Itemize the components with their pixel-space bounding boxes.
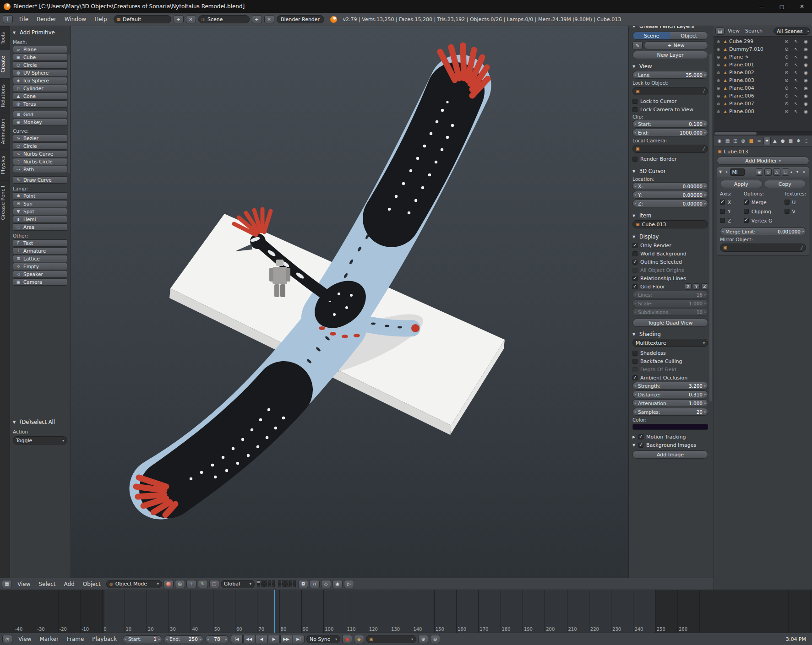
expand-icon[interactable]: ⊕	[715, 109, 721, 114]
viewport-menu-view[interactable]: View	[13, 579, 34, 590]
timeline-menu-frame[interactable]: Frame	[63, 633, 88, 645]
eyedropper-icon[interactable]: ╱	[801, 246, 803, 250]
add-empty-button[interactable]: ⊹Empty	[13, 263, 67, 270]
minimize-button[interactable]: —	[752, 0, 772, 13]
cursor-z-slider[interactable]: Z:0.00000	[632, 200, 708, 207]
opengl-render-icon[interactable]: ◉	[332, 580, 343, 588]
toolshelf-scrollbar[interactable]	[68, 54, 70, 173]
shadeless-checkbox[interactable]: Shadeless	[632, 349, 708, 357]
triangle-right-icon[interactable]: ▶	[632, 435, 637, 439]
material-tab-icon[interactable]: ●	[779, 137, 786, 145]
cursor-select-icon[interactable]: ↖	[792, 86, 801, 91]
item-panel-header[interactable]: ▼Item	[632, 211, 708, 220]
menu-file[interactable]: File	[15, 14, 33, 25]
delete-modifier-icon[interactable]: ✕	[802, 170, 807, 174]
add-lattice-button[interactable]: ⊞Lattice	[13, 255, 67, 262]
add-nurbs-circle-button[interactable]: ◌Nurbs Circle	[13, 158, 67, 165]
modifier-name-field[interactable]: Mi	[730, 168, 745, 176]
layer-toggle[interactable]	[261, 584, 264, 587]
camera-restrict-icon[interactable]: ◉	[801, 78, 810, 83]
eye-icon[interactable]: ⊙	[782, 109, 791, 114]
backface-culling-checkbox[interactable]: Backface Culling	[632, 357, 708, 365]
mirror-v-checkbox[interactable]: V	[785, 207, 806, 216]
only-render-checkbox[interactable]: Only Render	[632, 241, 708, 249]
keying-set-dropdown[interactable]: ▣ ▾	[366, 635, 416, 643]
ao-attenuation-slider[interactable]: Attenuation:1.000	[632, 399, 708, 407]
constraints-tab-icon[interactable]: ∞	[755, 137, 763, 145]
menu-render[interactable]: Render	[33, 14, 60, 25]
add-point-button[interactable]: ✱Point	[13, 192, 67, 200]
eye-icon[interactable]: ⊙	[782, 62, 791, 67]
add-grid-button[interactable]: ⊞Grid	[13, 111, 67, 118]
outliner-menu-view[interactable]: View	[725, 26, 742, 37]
outliner-item-plane-004[interactable]: ⊕▲Plane.004⊙↖◉	[714, 84, 812, 92]
lock-to-object-field[interactable]: ▣ ╱	[632, 87, 708, 95]
mirror-y-checkbox[interactable]: Y	[720, 207, 731, 216]
layer-toggle[interactable]	[285, 584, 289, 587]
outliner-editor-icon[interactable]: ▤	[715, 27, 725, 35]
outliner-scope-dropdown[interactable]: All Scenes ▾	[774, 27, 810, 35]
add-ico-sphere-button[interactable]: ◈Ico Sphere	[13, 77, 67, 84]
camera-restrict-icon[interactable]: ◉	[801, 39, 810, 44]
expand-icon[interactable]: ⊕	[715, 70, 721, 75]
layer-toggle[interactable]	[278, 584, 281, 587]
jump-to-start-button[interactable]: |◀	[231, 635, 243, 643]
add-bezier-button[interactable]: ∿Bezier	[13, 135, 67, 142]
add-primitive-panel-header[interactable]: ▼ Add Primitive	[13, 28, 67, 37]
scene-selector[interactable]: ◫ Scene	[198, 15, 250, 23]
add-torus-button[interactable]: ◎Torus	[13, 100, 67, 108]
outliner-item-plane[interactable]: ⊕▲Plane✎⊙↖◉	[714, 53, 812, 61]
add-monkey-button[interactable]: ◉Monkey	[13, 119, 67, 126]
grid-axis-z-toggle[interactable]: Z	[701, 283, 708, 290]
move-modifier-down-icon[interactable]: ▾	[796, 170, 801, 174]
cursor-x-slider[interactable]: X:0.00000	[632, 182, 708, 190]
camera-restrict-icon[interactable]: ◉	[801, 109, 810, 114]
grid-axis-x-toggle[interactable]: X	[685, 283, 692, 290]
triangle-down-icon[interactable]: ▼	[632, 443, 637, 447]
ao-distance-slider[interactable]: Distance:0.310	[632, 390, 708, 398]
timeline-menu-playback[interactable]: Playback	[88, 633, 121, 645]
orientation-dropdown[interactable]: Global ▾	[221, 580, 255, 588]
camera-restrict-icon[interactable]: ◉	[801, 54, 810, 60]
render-layers-tab-icon[interactable]: ▤	[724, 137, 731, 145]
snap-magnet-icon[interactable]: ∩	[310, 580, 320, 588]
layer-toggle[interactable]	[257, 580, 260, 584]
viewport-menu-object[interactable]: Object	[79, 579, 105, 590]
layer-toggle[interactable]	[257, 584, 260, 587]
translate-manipulator-icon[interactable]: +	[186, 580, 196, 588]
add-hemi-button[interactable]: ◗Hemi	[13, 216, 67, 223]
eye-icon[interactable]: ⊙	[782, 39, 791, 44]
physics-tab-icon[interactable]: ◌	[803, 137, 810, 145]
shading-mode-dropdown[interactable]: Multitexture ▾	[632, 339, 708, 347]
layer-toggle[interactable]	[289, 580, 292, 584]
mirror-x-checkbox[interactable]: X	[720, 198, 731, 206]
vertex-groups-checkbox[interactable]: Vertex G	[744, 216, 772, 225]
outliner-item-plane-007[interactable]: ⊕▲Plane.007⊙↖◉	[714, 100, 812, 108]
add-cylinder-button[interactable]: ▯Cylinder	[13, 85, 67, 92]
expand-icon[interactable]: ⊕	[715, 78, 721, 83]
timeline-menu-marker[interactable]: Marker	[35, 633, 62, 645]
grid-scale-slider[interactable]: Scale:1.000	[632, 299, 708, 307]
snap-element-icon[interactable]: ◇	[321, 580, 331, 588]
background-images-checkbox[interactable]: Background Images	[638, 441, 696, 449]
modifiers-tab-icon[interactable]: ✦	[763, 137, 771, 145]
camera-restrict-icon[interactable]: ◉	[801, 62, 810, 67]
layer-toggle[interactable]	[264, 580, 267, 584]
apply-modifier-button[interactable]: Apply	[720, 180, 763, 188]
mirror-z-checkbox[interactable]: Z	[720, 216, 731, 225]
insert-keyframe-button[interactable]: ⊕	[418, 635, 428, 643]
mirror-u-checkbox[interactable]: U	[785, 198, 806, 206]
layer-toggle[interactable]	[293, 584, 296, 587]
camera-restrict-icon[interactable]: ◉	[801, 101, 810, 106]
expand-icon[interactable]: ⊕	[715, 63, 721, 67]
outliner-item-cube-299[interactable]: ⊕▲Cube.299⊙↖◉	[714, 38, 812, 45]
toolshelf-tab-animation[interactable]: Animation	[0, 113, 10, 150]
ao-strength-slider[interactable]: Strength:3.200	[632, 382, 708, 390]
eye-icon[interactable]: ⊙	[782, 86, 791, 91]
expand-icon[interactable]: ⊕	[715, 86, 721, 91]
viewport-3d[interactable]	[71, 26, 628, 578]
add-sun-button[interactable]: ☀Sun	[13, 200, 67, 207]
cursor-select-icon[interactable]: ↖	[792, 47, 801, 52]
render-engine-selector[interactable]: Blender Render	[277, 15, 324, 23]
grid-floor-checkbox[interactable]: Grid Floor	[632, 282, 683, 291]
